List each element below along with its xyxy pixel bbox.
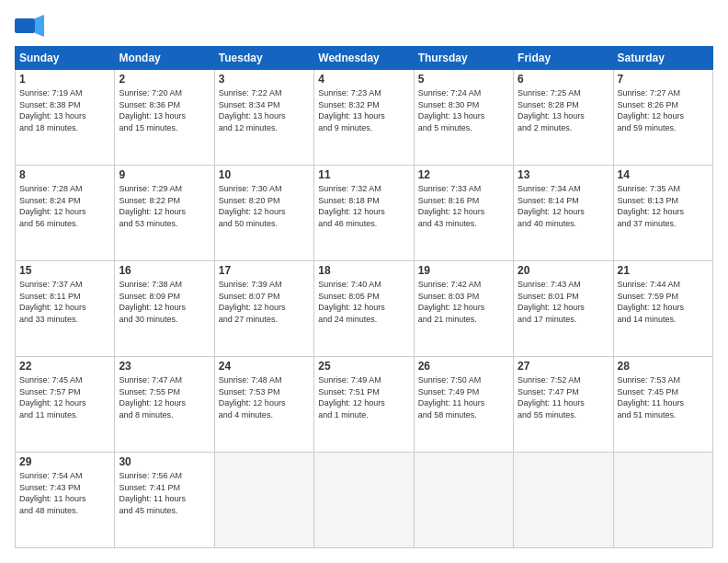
svg-marker-1 — [35, 15, 44, 37]
day-number: 23 — [119, 360, 210, 373]
day-number: 11 — [318, 168, 409, 181]
day-info: Sunrise: 7:34 AM Sunset: 8:14 PM Dayligh… — [518, 183, 609, 229]
day-info: Sunrise: 7:38 AM Sunset: 8:09 PM Dayligh… — [119, 279, 210, 325]
day-number: 28 — [618, 360, 709, 373]
day-number: 2 — [119, 73, 210, 86]
calendar-table: Sunday Monday Tuesday Wednesday Thursday… — [15, 46, 713, 548]
day-number: 13 — [518, 168, 609, 181]
day-number: 25 — [318, 360, 409, 373]
logo-icon — [15, 15, 44, 37]
day-info: Sunrise: 7:54 AM Sunset: 7:43 PM Dayligh… — [19, 470, 110, 516]
day-number: 20 — [518, 264, 609, 277]
table-row: 21Sunrise: 7:44 AM Sunset: 7:59 PM Dayli… — [613, 261, 712, 357]
day-info: Sunrise: 7:28 AM Sunset: 8:24 PM Dayligh… — [19, 183, 110, 229]
col-thursday: Thursday — [414, 47, 513, 70]
day-number: 15 — [19, 264, 110, 277]
day-info: Sunrise: 7:39 AM Sunset: 8:07 PM Dayligh… — [219, 279, 310, 325]
day-number: 22 — [19, 360, 110, 373]
table-row: 1Sunrise: 7:19 AM Sunset: 8:38 PM Daylig… — [16, 70, 115, 166]
table-row: 30Sunrise: 7:56 AM Sunset: 7:41 PM Dayli… — [115, 453, 214, 548]
table-row: 24Sunrise: 7:48 AM Sunset: 7:53 PM Dayli… — [214, 357, 313, 453]
day-number: 12 — [418, 168, 509, 181]
day-number: 21 — [618, 264, 709, 277]
day-number: 24 — [219, 360, 310, 373]
day-info: Sunrise: 7:30 AM Sunset: 8:20 PM Dayligh… — [219, 183, 310, 229]
col-sunday: Sunday — [16, 47, 115, 70]
table-row: 26Sunrise: 7:50 AM Sunset: 7:49 PM Dayli… — [414, 357, 513, 453]
logo — [15, 15, 48, 37]
table-row: 8Sunrise: 7:28 AM Sunset: 8:24 PM Daylig… — [16, 166, 115, 261]
table-row — [613, 453, 712, 548]
day-info: Sunrise: 7:42 AM Sunset: 8:03 PM Dayligh… — [418, 279, 509, 325]
day-info: Sunrise: 7:40 AM Sunset: 8:05 PM Dayligh… — [318, 279, 409, 325]
day-number: 26 — [418, 360, 509, 373]
table-row: 7Sunrise: 7:27 AM Sunset: 8:26 PM Daylig… — [613, 70, 712, 166]
day-number: 16 — [119, 264, 210, 277]
col-saturday: Saturday — [613, 47, 712, 70]
day-number: 5 — [418, 73, 509, 86]
day-info: Sunrise: 7:19 AM Sunset: 8:38 PM Dayligh… — [19, 87, 110, 133]
day-number: 1 — [19, 73, 110, 86]
col-monday: Monday — [115, 47, 214, 70]
table-row: 11Sunrise: 7:32 AM Sunset: 8:18 PM Dayli… — [314, 166, 414, 261]
day-info: Sunrise: 7:27 AM Sunset: 8:26 PM Dayligh… — [618, 87, 709, 133]
calendar-week-row: 15Sunrise: 7:37 AM Sunset: 8:11 PM Dayli… — [16, 261, 713, 357]
day-number: 9 — [119, 168, 210, 181]
day-info: Sunrise: 7:33 AM Sunset: 8:16 PM Dayligh… — [418, 183, 509, 229]
day-info: Sunrise: 7:48 AM Sunset: 7:53 PM Dayligh… — [219, 374, 310, 420]
day-info: Sunrise: 7:22 AM Sunset: 8:34 PM Dayligh… — [219, 87, 310, 133]
day-number: 6 — [518, 73, 609, 86]
day-number: 29 — [19, 455, 110, 468]
calendar-week-row: 8Sunrise: 7:28 AM Sunset: 8:24 PM Daylig… — [16, 166, 713, 261]
day-info: Sunrise: 7:56 AM Sunset: 7:41 PM Dayligh… — [119, 470, 210, 516]
day-info: Sunrise: 7:45 AM Sunset: 7:57 PM Dayligh… — [19, 374, 110, 420]
day-number: 18 — [318, 264, 409, 277]
day-number: 3 — [219, 73, 310, 86]
svg-rect-0 — [15, 18, 35, 33]
table-row: 13Sunrise: 7:34 AM Sunset: 8:14 PM Dayli… — [514, 166, 613, 261]
table-row: 16Sunrise: 7:38 AM Sunset: 8:09 PM Dayli… — [115, 261, 214, 357]
table-row: 23Sunrise: 7:47 AM Sunset: 7:55 PM Dayli… — [115, 357, 214, 453]
table-row: 6Sunrise: 7:25 AM Sunset: 8:28 PM Daylig… — [514, 70, 613, 166]
table-row — [514, 453, 613, 548]
table-row: 4Sunrise: 7:23 AM Sunset: 8:32 PM Daylig… — [314, 70, 414, 166]
day-number: 7 — [618, 73, 709, 86]
table-row — [414, 453, 513, 548]
table-row: 14Sunrise: 7:35 AM Sunset: 8:13 PM Dayli… — [613, 166, 712, 261]
table-row — [214, 453, 313, 548]
table-row: 22Sunrise: 7:45 AM Sunset: 7:57 PM Dayli… — [16, 357, 115, 453]
day-number: 27 — [518, 360, 609, 373]
day-number: 4 — [318, 73, 409, 86]
table-row: 28Sunrise: 7:53 AM Sunset: 7:45 PM Dayli… — [613, 357, 712, 453]
day-number: 17 — [219, 264, 310, 277]
table-row: 2Sunrise: 7:20 AM Sunset: 8:36 PM Daylig… — [115, 70, 214, 166]
table-row: 20Sunrise: 7:43 AM Sunset: 8:01 PM Dayli… — [514, 261, 613, 357]
day-info: Sunrise: 7:29 AM Sunset: 8:22 PM Dayligh… — [119, 183, 210, 229]
table-row: 25Sunrise: 7:49 AM Sunset: 7:51 PM Dayli… — [314, 357, 414, 453]
table-row: 17Sunrise: 7:39 AM Sunset: 8:07 PM Dayli… — [214, 261, 313, 357]
table-row: 9Sunrise: 7:29 AM Sunset: 8:22 PM Daylig… — [115, 166, 214, 261]
col-wednesday: Wednesday — [314, 47, 414, 70]
table-row: 3Sunrise: 7:22 AM Sunset: 8:34 PM Daylig… — [214, 70, 313, 166]
table-row: 15Sunrise: 7:37 AM Sunset: 8:11 PM Dayli… — [16, 261, 115, 357]
day-info: Sunrise: 7:49 AM Sunset: 7:51 PM Dayligh… — [318, 374, 409, 420]
table-row: 18Sunrise: 7:40 AM Sunset: 8:05 PM Dayli… — [314, 261, 414, 357]
calendar-week-row: 29Sunrise: 7:54 AM Sunset: 7:43 PM Dayli… — [16, 453, 713, 548]
day-info: Sunrise: 7:25 AM Sunset: 8:28 PM Dayligh… — [518, 87, 609, 133]
page: Sunday Monday Tuesday Wednesday Thursday… — [0, 0, 728, 563]
table-row: 5Sunrise: 7:24 AM Sunset: 8:30 PM Daylig… — [414, 70, 513, 166]
table-row — [314, 453, 414, 548]
day-info: Sunrise: 7:24 AM Sunset: 8:30 PM Dayligh… — [418, 87, 509, 133]
day-number: 14 — [618, 168, 709, 181]
day-number: 10 — [219, 168, 310, 181]
day-info: Sunrise: 7:47 AM Sunset: 7:55 PM Dayligh… — [119, 374, 210, 420]
table-row: 12Sunrise: 7:33 AM Sunset: 8:16 PM Dayli… — [414, 166, 513, 261]
day-info: Sunrise: 7:35 AM Sunset: 8:13 PM Dayligh… — [618, 183, 709, 229]
day-info: Sunrise: 7:44 AM Sunset: 7:59 PM Dayligh… — [618, 279, 709, 325]
table-row: 27Sunrise: 7:52 AM Sunset: 7:47 PM Dayli… — [514, 357, 613, 453]
table-row: 29Sunrise: 7:54 AM Sunset: 7:43 PM Dayli… — [16, 453, 115, 548]
table-row: 19Sunrise: 7:42 AM Sunset: 8:03 PM Dayli… — [414, 261, 513, 357]
day-info: Sunrise: 7:23 AM Sunset: 8:32 PM Dayligh… — [318, 87, 409, 133]
day-number: 30 — [119, 455, 210, 468]
calendar-week-row: 1Sunrise: 7:19 AM Sunset: 8:38 PM Daylig… — [16, 70, 713, 166]
